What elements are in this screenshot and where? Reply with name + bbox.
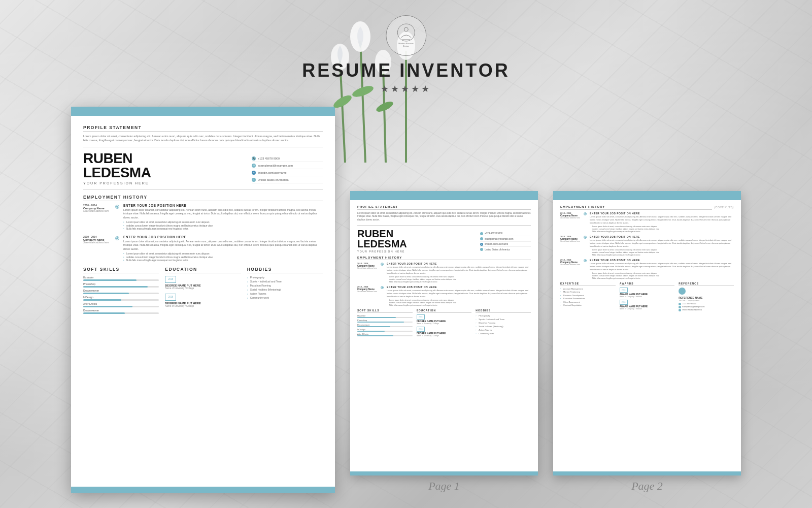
m1-s4: InDesign [357,328,413,332]
bottom-sections: SOFT SKILLS Illustrator Photoshop Dreamw… [83,267,323,315]
job-date-col-1: 2010 - 2014 Company Name Street/state ad… [83,204,111,231]
m2-awards-title: AWARDS [620,282,675,286]
m1-h2: Sports - Individual and Team [476,318,531,321]
job-bullets-1: Lorem ipsum dolor sit amet, consectetur … [123,221,323,230]
skill-item-5: After Effects [83,302,159,307]
hobbies-col: HOBBIES Photography Sports - Individual … [247,267,323,315]
m2-bottom-sections: EXPERTISE Account Management Market Posi… [560,282,734,311]
ref-email-row: examplemail@example.com [679,306,734,308]
profile-title: PROFILE STATEMENT [83,125,323,132]
m1-phone: +123 45678 9000 [480,232,531,237]
soft-skills-col: SOFT SKILLS Illustrator Photoshop Dreamw… [83,267,159,315]
m1-b2-1: Lorem ipsum dolor sit amet, consectetur … [387,299,531,301]
m2-reference-col: REFERENCE REFERENCE NAME Job Title - Com… [679,282,734,311]
name-block: RUBEN LEDESMA YOUR PROFESSION HERE [83,151,151,185]
award-1: 2016 AWARD NAME PUT HERE Name of Company… [620,288,675,298]
skill-name-6: Dreamweaver [83,309,159,312]
m1-edu2: 2016 DEGREE NAME PUT HERE Name of Univer… [417,327,472,337]
bullet-1-1: Lorem ipsum dolor sit amet, consectetur … [123,221,323,224]
edu-entry-2: 2016 DEGREE NAME PUT HERE Name of Univer… [165,294,241,307]
edu-year-1: 2016 [165,276,176,283]
education-col: EDUCATION 2016 DEGREE NAME PUT HERE Name… [165,267,241,315]
m2-j1-dot [584,212,587,215]
m1-emp-title: EMPLOYMENT HISTORY [357,256,531,261]
skill-item-3: Dreamweaver [83,289,159,294]
m1-first-name: RUBEN [357,229,407,239]
page1-label: Page 1 [428,480,460,493]
exp-1: Account Management [560,288,616,290]
m1-s3: Dreamweaver [357,324,413,327]
profile-text: Lorem ipsum dolor sit amet, consectetur … [83,134,323,143]
m1-profile-text: Lorem ipsum dolor sit amet, consectetur … [357,212,531,222]
employment-title: EMPLOYMENT HISTORY [83,195,323,201]
hobby-6: Community work [247,296,323,299]
m1-hobbies-title: HOBBIES [476,309,531,313]
resume-page-large: PROFILE STATEMENT Lorem ipsum dolor sit … [71,107,335,493]
medium-content-2: EMPLOYMENT HISTORY (CONTINUED) 2010 - 20… [553,200,741,315]
m2-j3-detail: ENTER YOUR JOB POSITION HERE Lorem ipsum… [590,259,734,279]
phone-icon: 📞 [252,156,256,161]
hobby-2: Sports - Individual and Team [247,280,323,283]
skill-name-1: Illustrator [83,276,159,279]
brand-title: RESUME INVENTOR [302,60,510,81]
m1-job-2: 2010 - 2014 Company Name Street/state ad… [357,285,531,306]
m2-awards-col: AWARDS 2016 AWARD NAME PUT HERE Name of … [620,282,675,311]
skill-item-4: InDesign [83,296,159,301]
resume-page-medium-1: PROFILE STATEMENT Lorem ipsum dolor sit … [350,191,538,475]
m1-b3: Nulla felis massa fringilla eget consequ… [387,281,531,283]
m1-s5: After Effects [357,333,413,336]
m1-skills-title: SOFT SKILLS [357,309,413,313]
m1-edu-col: EDUCATION 2016 DEGREE NAME PUT HERE Name… [417,309,472,337]
m1-h6: Community work [476,332,531,335]
job-detail-2: ENTER YOUR JOB POSITION HERE Lorem ipsum… [123,235,323,263]
hobby-1: Photography [247,276,323,279]
m1-job1-title: ENTER YOUR JOB POSITION HERE [387,262,531,265]
m1-bottom-bar [350,471,538,475]
contact-linkedin: in linkedin.com/username [252,171,323,176]
m1-job1-bullets: Lorem ipsum dolor sit amet, consectetur … [387,276,531,283]
exp-6: Contract Negotiation [560,304,616,306]
edu-entry-1: 2016 DEGREE NAME PUT HERE Name of Univer… [165,276,241,290]
job-detail-1: ENTER YOUR JOB POSITION HERE Lorem ipsum… [123,204,323,231]
m2-j2-date: 2010 - 2014 Company Name Street/state ad… [560,235,581,256]
education-title: EDUCATION [165,267,241,273]
m1-s2: Photoshop [357,319,413,323]
m2-j2-dot [584,236,587,239]
contact-email: ✉ examplemail@example.com [252,164,323,169]
job-desc-1: Lorem ipsum dolor sit amet, consectetur … [123,208,323,220]
m1-location: United States of America [480,248,531,252]
m2-reference-title: REFERENCE [679,282,734,286]
linkedin-icon: in [252,171,256,175]
hobby-4: Social Hobbies (Mentoring) [247,288,323,291]
m2-expertise-title: EXPERTISE [560,282,616,286]
job-dot-2 [115,236,119,240]
m2-emp-title: EMPLOYMENT HISTORY [560,205,712,210]
m1-b2: sodales cursus lorem Integer tincidunt u… [387,278,531,280]
skill-item-2: Photoshop [83,282,159,288]
m2-j1-date: 2010 - 2014 Company Name Street/state ad… [560,212,581,233]
svg-point-12 [404,27,408,31]
m1-profile-title: PROFILE STATEMENT [357,205,531,210]
edu-school-2: Name of University / College [165,305,241,307]
m1-b2-2: sodales cursus lorem Integer tincidunt u… [387,302,531,304]
hobby-3: Marathon Running [247,284,323,287]
m1-job2-desc: Lorem ipsum dolor sit amet, consectetur … [387,289,531,298]
svg-point-11 [397,24,415,41]
exp-5: Client Assessment [560,301,616,303]
m2-emp-header: EMPLOYMENT HISTORY (CONTINUED) [560,205,734,210]
m1-job-1: 2010 - 2014 Company Name Street/state ad… [357,262,531,283]
m1-name-block: RUBEN LEDESMA YOUR PROFESSION HERE [357,229,407,253]
award-2: 2016 AWARD NAME PUT HERE Name of Company… [620,300,675,310]
m2-j2-detail: ENTER YOUR JOB POSITION HERE Lorem ipsum… [590,235,734,256]
m1-job2-address: Street/state address here [357,291,378,293]
m1-email: examplemail@example.com [480,237,531,242]
m1-job1-dot [381,263,384,266]
exp-3: Business Development [560,294,616,297]
skill-name-3: Dreamweaver [83,289,159,292]
m1-profession: YOUR PROFESSION HERE [357,250,407,253]
bullet-2-1: Lorem ipsum dolor sit amet, consectetur … [123,252,323,255]
contact-location: ⌂ United States of America [252,178,323,183]
m2-continued-label: (CONTINUED) [714,206,734,209]
bullet-2-2: sodales cursus lorem Integer tincidunt u… [123,256,323,259]
m1-job2-title: ENTER YOUR JOB POSITION HERE [387,285,531,289]
